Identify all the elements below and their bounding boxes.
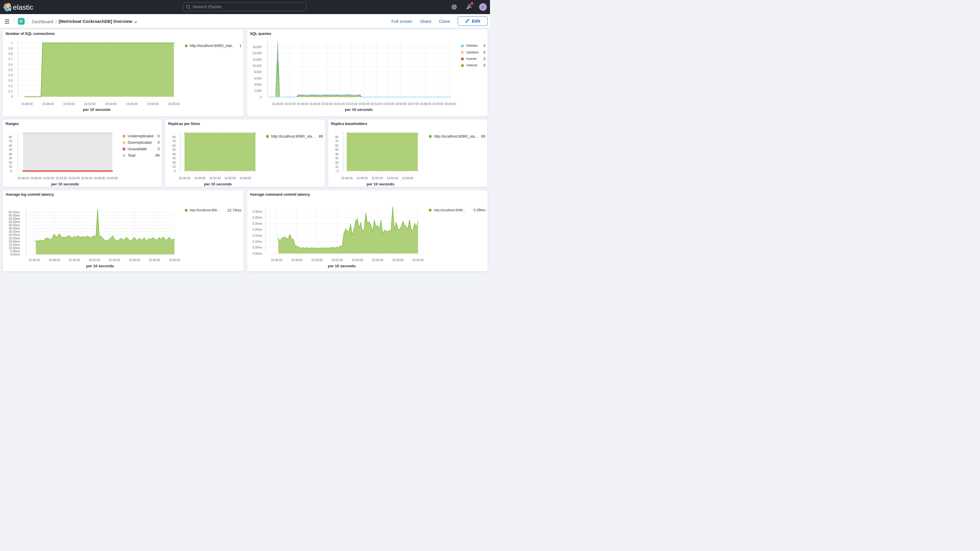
svg-text:15:48:00: 15:48:00 <box>42 102 54 106</box>
svg-text:16:00:00: 16:00:00 <box>107 177 118 180</box>
svg-text:70: 70 <box>9 140 12 143</box>
svg-text:6,000: 6,000 <box>254 77 261 80</box>
svg-text:15:52:00: 15:52:00 <box>346 102 357 106</box>
svg-text:15:56:00: 15:56:00 <box>129 258 140 262</box>
svg-text:0.8: 0.8 <box>8 52 13 56</box>
svg-text:15:52:00: 15:52:00 <box>84 102 95 106</box>
svg-text:0.00ms: 0.00ms <box>10 253 20 256</box>
svg-text:15:49:00: 15:49:00 <box>309 102 320 106</box>
svg-text:12,000: 12,000 <box>252 58 261 61</box>
svg-text:15:56:00: 15:56:00 <box>81 177 92 180</box>
svg-text:15:49:00: 15:49:00 <box>194 177 205 180</box>
svg-text:16,000: 16,000 <box>252 46 261 49</box>
svg-text:40: 40 <box>335 153 339 156</box>
svg-text:15:55:00: 15:55:00 <box>383 102 394 106</box>
svg-text:0.30ms: 0.30ms <box>252 216 262 219</box>
svg-text:10.00ms: 10.00ms <box>8 247 20 250</box>
svg-text:20: 20 <box>335 161 339 164</box>
svg-text:0: 0 <box>260 96 261 99</box>
svg-text:0.5: 0.5 <box>8 68 13 72</box>
svg-text:15:58:00: 15:58:00 <box>149 258 160 262</box>
svg-text:15:58:00: 15:58:00 <box>420 102 431 106</box>
svg-text:15:50:00: 15:50:00 <box>43 177 54 180</box>
svg-text:15:58:00: 15:58:00 <box>392 258 403 262</box>
svg-text:50: 50 <box>9 148 12 151</box>
svg-text:8,000: 8,000 <box>254 70 261 74</box>
svg-text:0.15ms: 0.15ms <box>252 234 262 237</box>
svg-text:15:52:00: 15:52:00 <box>89 258 100 262</box>
svg-text:60.00ms: 60.00ms <box>8 214 20 217</box>
svg-text:0: 0 <box>11 95 13 98</box>
svg-text:0.4: 0.4 <box>8 74 13 77</box>
svg-text:15:46:00: 15:46:00 <box>18 177 29 180</box>
svg-text:16:00:00: 16:00:00 <box>444 102 456 106</box>
svg-text:30.00ms: 30.00ms <box>8 233 20 236</box>
svg-text:10: 10 <box>335 165 339 169</box>
svg-text:15:55:00: 15:55:00 <box>387 177 398 180</box>
svg-text:0.6: 0.6 <box>8 63 13 66</box>
svg-text:15:58:00: 15:58:00 <box>240 177 251 180</box>
svg-text:0.10ms: 0.10ms <box>252 240 262 243</box>
svg-text:15:59:00: 15:59:00 <box>432 102 443 106</box>
svg-text:15:46:00: 15:46:00 <box>272 102 283 106</box>
svg-text:15:48:00: 15:48:00 <box>291 258 302 262</box>
svg-text:50: 50 <box>335 148 339 151</box>
svg-text:15:54:00: 15:54:00 <box>108 258 120 262</box>
svg-text:15:48:00: 15:48:00 <box>296 102 308 106</box>
svg-text:70: 70 <box>172 140 176 143</box>
svg-text:40.00ms: 40.00ms <box>8 227 20 230</box>
svg-text:10: 10 <box>9 165 12 169</box>
svg-text:45.00ms: 45.00ms <box>8 224 20 227</box>
svg-text:1: 1 <box>11 41 13 45</box>
svg-text:55.00ms: 55.00ms <box>8 217 20 220</box>
svg-text:15:54:00: 15:54:00 <box>105 102 116 106</box>
svg-text:0.00ms: 0.00ms <box>252 252 262 255</box>
svg-text:15:46:00: 15:46:00 <box>271 258 282 262</box>
svg-text:0.2: 0.2 <box>8 84 13 88</box>
svg-text:10,000: 10,000 <box>252 64 261 67</box>
svg-text:15:49:00: 15:49:00 <box>356 177 368 180</box>
svg-text:15:56:00: 15:56:00 <box>126 102 138 106</box>
svg-text:60: 60 <box>9 144 12 147</box>
svg-text:15:52:00: 15:52:00 <box>371 177 383 180</box>
svg-text:25.00ms: 25.00ms <box>8 237 20 240</box>
svg-text:15:58:00: 15:58:00 <box>402 177 414 180</box>
svg-text:15:56:00: 15:56:00 <box>395 102 406 106</box>
svg-text:0.25ms: 0.25ms <box>252 222 262 225</box>
svg-text:50.00ms: 50.00ms <box>8 220 20 224</box>
svg-text:15:57:00: 15:57:00 <box>407 102 419 106</box>
svg-text:80: 80 <box>335 135 339 139</box>
svg-text:2,000: 2,000 <box>254 89 261 92</box>
svg-text:15:46:00: 15:46:00 <box>341 177 353 180</box>
svg-text:15:54:00: 15:54:00 <box>352 258 363 262</box>
svg-text:4,000: 4,000 <box>254 83 261 86</box>
svg-text:0: 0 <box>10 170 12 173</box>
svg-text:0.20ms: 0.20ms <box>252 228 262 231</box>
svg-text:20: 20 <box>172 161 176 164</box>
svg-text:15:50:00: 15:50:00 <box>63 102 75 106</box>
svg-text:80: 80 <box>172 135 176 139</box>
svg-text:per 10 seconds: per 10 seconds <box>204 182 232 186</box>
svg-text:10: 10 <box>172 165 176 169</box>
svg-text:15:53:00: 15:53:00 <box>358 102 369 106</box>
svg-text:15:58:00: 15:58:00 <box>94 177 105 180</box>
svg-text:15:51:00: 15:51:00 <box>333 102 345 106</box>
svg-text:0.05ms: 0.05ms <box>252 246 262 249</box>
svg-text:0: 0 <box>174 170 176 173</box>
svg-text:70: 70 <box>335 140 339 143</box>
svg-text:0.1: 0.1 <box>8 90 13 93</box>
svg-text:0: 0 <box>337 170 339 173</box>
svg-text:30: 30 <box>9 157 12 160</box>
svg-text:50: 50 <box>172 148 176 151</box>
svg-text:15:46:00: 15:46:00 <box>21 102 33 106</box>
svg-text:40: 40 <box>172 153 176 156</box>
svg-text:30: 30 <box>172 157 176 160</box>
svg-text:35.00ms: 35.00ms <box>8 230 20 233</box>
svg-text:15:46:00: 15:46:00 <box>29 258 40 262</box>
svg-text:20.00ms: 20.00ms <box>8 240 20 243</box>
svg-text:16:00:00: 16:00:00 <box>168 102 180 106</box>
svg-text:20: 20 <box>9 161 12 164</box>
svg-text:60: 60 <box>335 144 339 147</box>
svg-text:per 10 seconds: per 10 seconds <box>83 107 111 112</box>
svg-text:per 10 seconds: per 10 seconds <box>328 264 356 268</box>
